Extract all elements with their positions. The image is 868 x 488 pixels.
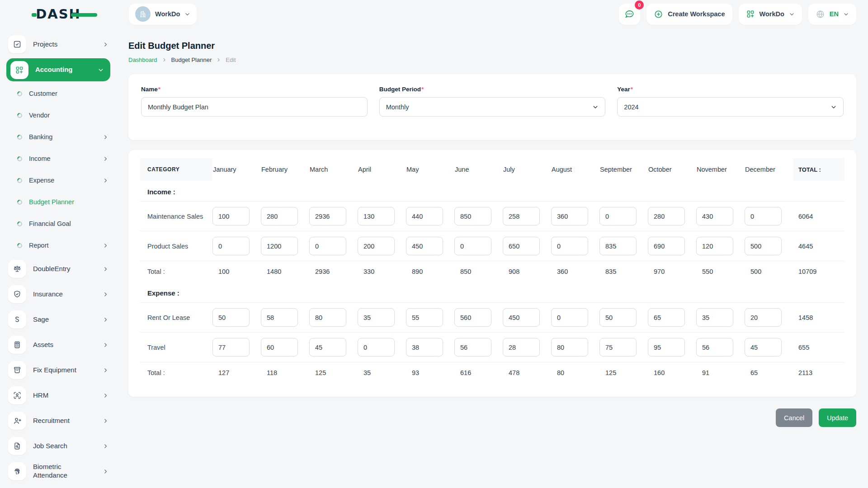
- sidebar-item-hrm[interactable]: HRM: [0, 383, 117, 408]
- budget-value-input[interactable]: [696, 237, 733, 255]
- total-value: 1480: [261, 268, 309, 275]
- budget-value-input[interactable]: [406, 338, 443, 357]
- sidebar-item-customer[interactable]: Customer: [0, 83, 117, 104]
- budget-value-input[interactable]: [406, 207, 443, 225]
- chevron-down-icon: [843, 11, 849, 17]
- budget-value-input[interactable]: [261, 308, 298, 327]
- budget-cell: [745, 237, 793, 255]
- workspace-pill[interactable]: WorkDo: [129, 4, 197, 25]
- budget-value-input[interactable]: [599, 207, 637, 225]
- breadcrumb-dashboard[interactable]: Dashboard: [128, 56, 157, 63]
- total-value: 2936: [309, 268, 358, 275]
- sidebar-item-budget-planner[interactable]: Budget Planner: [0, 191, 117, 213]
- budget-value-input[interactable]: [309, 237, 346, 255]
- budget-value-input[interactable]: [599, 237, 637, 255]
- year-select[interactable]: 2024: [617, 97, 844, 117]
- sidebar-item-projects[interactable]: Projects: [0, 32, 117, 57]
- update-button[interactable]: Update: [819, 408, 856, 427]
- budget-value-input[interactable]: [648, 338, 685, 357]
- sidebar-item-job-search[interactable]: Job Search: [0, 433, 117, 459]
- sidebar-item-vendor[interactable]: Vendor: [0, 104, 117, 126]
- sidebar-item-sage[interactable]: Sage: [0, 307, 117, 332]
- sidebar-item-recruitment[interactable]: Recruitment: [0, 408, 117, 433]
- language-selector[interactable]: EN: [808, 4, 856, 25]
- budget-value-input[interactable]: [212, 308, 250, 327]
- budget-cell: [648, 338, 696, 357]
- budget-value-input[interactable]: [454, 338, 491, 357]
- budget-value-input[interactable]: [551, 338, 588, 357]
- budget-value-input[interactable]: [212, 338, 250, 357]
- name-input[interactable]: [141, 97, 368, 117]
- budget-value-input[interactable]: [745, 338, 782, 357]
- budget-value-input[interactable]: [358, 338, 395, 357]
- sidebar-item-income[interactable]: Income: [0, 148, 117, 169]
- sidebar-item-insurance[interactable]: Insurance: [0, 282, 117, 307]
- sidebar-item-report[interactable]: Report: [0, 235, 117, 256]
- budget-row: Rent Or Lease1458: [140, 303, 844, 333]
- budget-value-input[interactable]: [406, 237, 443, 255]
- brand-logo[interactable]: DASH: [0, 8, 117, 21]
- budget-value-input[interactable]: [745, 308, 782, 327]
- column-header-month: March: [309, 166, 358, 173]
- row-total: 1458: [793, 314, 844, 321]
- budget-value-input[interactable]: [454, 207, 491, 225]
- budget-value-input[interactable]: [551, 237, 588, 255]
- budget-value-input[interactable]: [745, 207, 782, 225]
- budget-cell: [454, 237, 503, 255]
- budget-value-input[interactable]: [309, 308, 346, 327]
- budget-value-input[interactable]: [503, 237, 540, 255]
- budget-value-input[interactable]: [309, 207, 346, 225]
- budget-value-input[interactable]: [648, 237, 685, 255]
- row-total: 6064: [793, 213, 844, 220]
- budget-value-input[interactable]: [648, 308, 685, 327]
- sidebar-item-banking[interactable]: Banking: [0, 126, 117, 148]
- budget-value-input[interactable]: [503, 338, 540, 357]
- breadcrumb-budget-planner[interactable]: Budget Planner: [171, 56, 212, 63]
- budget-value-input[interactable]: [696, 207, 733, 225]
- budget-period-select[interactable]: Monthly: [379, 97, 606, 117]
- budget-value-input[interactable]: [261, 207, 298, 225]
- sidebar-item-biometric-attendance[interactable]: Biometric Attendance: [0, 459, 117, 484]
- budget-value-input[interactable]: [745, 237, 782, 255]
- total-value: 118: [261, 369, 309, 376]
- budget-cell: [261, 338, 309, 357]
- messages-button[interactable]: 0: [619, 4, 640, 25]
- budget-value-input[interactable]: [599, 308, 637, 327]
- create-workspace-button[interactable]: Create Workspace: [646, 4, 732, 25]
- budget-value-input[interactable]: [599, 338, 637, 357]
- cancel-button[interactable]: Cancel: [776, 408, 812, 427]
- sidebar-item-accounting[interactable]: Accounting: [6, 58, 110, 81]
- budget-cell: [503, 308, 551, 327]
- sidebar-item-expense[interactable]: Expense: [0, 169, 117, 191]
- budget-value-input[interactable]: [358, 308, 395, 327]
- budget-value-input[interactable]: [648, 207, 685, 225]
- budget-value-input[interactable]: [261, 338, 298, 357]
- budget-value-input[interactable]: [309, 338, 346, 357]
- sidebar-item-double-entry[interactable]: DoubleEntry: [0, 256, 117, 282]
- budget-value-input[interactable]: [696, 308, 733, 327]
- sidebar-item-label: Job Search: [33, 442, 67, 450]
- budget-value-input[interactable]: [212, 237, 250, 255]
- total-value: 160: [648, 369, 696, 376]
- budget-value-input[interactable]: [358, 207, 395, 225]
- budget-value-input[interactable]: [261, 237, 298, 255]
- budget-value-input[interactable]: [454, 237, 491, 255]
- workspace-name: WorkDo: [155, 10, 180, 18]
- budget-value-input[interactable]: [454, 308, 491, 327]
- sidebar-item-assets[interactable]: Assets: [0, 332, 117, 357]
- budget-value-input[interactable]: [696, 338, 733, 357]
- budget-value-input[interactable]: [212, 207, 250, 225]
- bullet-icon: [17, 113, 23, 118]
- budget-value-input[interactable]: [551, 207, 588, 225]
- budget-value-input[interactable]: [551, 308, 588, 327]
- budget-value-input[interactable]: [358, 237, 395, 255]
- budget-cell: [503, 237, 551, 255]
- sidebar-item-financial-goal[interactable]: Financial Goal: [0, 213, 117, 235]
- budget-value-input[interactable]: [406, 308, 443, 327]
- workspace-switcher[interactable]: WorkDo: [739, 4, 802, 25]
- name-label: Name: [141, 86, 158, 93]
- budget-value-input[interactable]: [503, 207, 540, 225]
- sidebar-item-fix-equipment[interactable]: Fix Equipment: [0, 357, 117, 383]
- budget-value-input[interactable]: [503, 308, 540, 327]
- budget-row: Travel655: [140, 333, 844, 362]
